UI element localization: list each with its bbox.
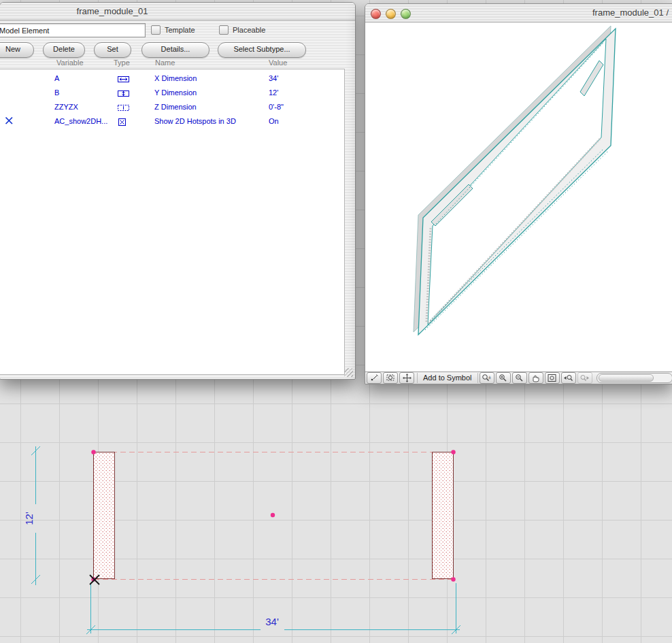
template-checkbox-label: Template xyxy=(165,26,195,34)
details-button[interactable]: Details... xyxy=(141,42,209,58)
window-resize-grip[interactable] xyxy=(344,368,353,377)
marquee-zoom-icon[interactable] xyxy=(383,372,398,384)
row-value[interactable]: 0'-8" xyxy=(269,103,284,111)
boolean-type-icon xyxy=(118,118,127,128)
row-value[interactable]: 34' xyxy=(269,74,278,82)
row-variable[interactable]: ZZYZX xyxy=(54,103,78,111)
parameter-row[interactable]: A X Dimension 34' xyxy=(0,71,344,86)
row-name[interactable]: Y Dimension xyxy=(154,88,197,97)
hotspot-markers[interactable] xyxy=(91,450,455,581)
zoom-in-icon[interactable] xyxy=(496,372,511,384)
row-value[interactable]: On xyxy=(269,117,279,125)
column-header-name: Name xyxy=(155,59,175,67)
placeable-checkbox-box[interactable] xyxy=(219,25,229,35)
right-post-element[interactable] xyxy=(433,452,454,579)
template-checkbox[interactable]: Template xyxy=(151,25,195,35)
row-name[interactable]: X Dimension xyxy=(154,74,197,82)
svg-text:±: ± xyxy=(488,375,491,380)
column-header-value: Value xyxy=(269,59,287,67)
parameter-row[interactable]: B Y Dimension 12' xyxy=(0,86,344,100)
desktop-grid-canvas: 12' 34' frame_module_01 Template xyxy=(0,0,672,643)
hotspot-edit-icon[interactable] xyxy=(367,372,382,384)
subtype-name-field[interactable] xyxy=(0,23,146,37)
horizontal-scrollbar-thumb[interactable] xyxy=(599,374,654,382)
template-checkbox-box[interactable] xyxy=(151,25,161,35)
parameter-row[interactable]: AC_show2DH... Show 2D Hotspots in 3D On xyxy=(0,114,344,129)
vertical-dimension-label: 12' xyxy=(23,512,35,525)
parameter-editor-window: frame_module_01 Template Placeable New D… xyxy=(0,2,356,380)
next-zoom-icon[interactable] xyxy=(577,372,592,384)
pan-tool-icon[interactable] xyxy=(399,372,414,384)
delete-button[interactable]: Delete xyxy=(43,42,85,58)
view-bottom-toolbar: Add to Symbol ± xyxy=(365,372,672,384)
zoom-percent-icon[interactable]: ± xyxy=(480,372,494,384)
placeable-checkbox[interactable]: Placeable xyxy=(219,25,265,35)
minimize-button[interactable] xyxy=(386,9,396,19)
3d-viewport[interactable] xyxy=(365,22,672,372)
parameter-window-title: frame_module_01 xyxy=(0,6,224,16)
view-window-titlebar[interactable]: frame_module_01 / xyxy=(365,4,672,22)
column-header-type: Type xyxy=(114,59,130,67)
close-button[interactable] xyxy=(371,9,381,19)
row-variable[interactable]: AC_show2DH... xyxy=(54,117,107,125)
row-name[interactable]: Show 2D Hotspots in 3D xyxy=(154,117,236,125)
parameter-row[interactable]: ZZYZX Z Dimension 0'-8" xyxy=(0,100,344,114)
row-variable[interactable]: B xyxy=(54,88,59,97)
zoom-button[interactable] xyxy=(401,9,411,19)
left-post-element[interactable] xyxy=(94,452,115,579)
row-variable[interactable]: A xyxy=(54,74,59,82)
zoom-out-icon[interactable] xyxy=(512,372,527,384)
row-value[interactable]: 12' xyxy=(269,88,278,97)
previous-zoom-icon[interactable] xyxy=(561,372,576,384)
3d-view-window: frame_module_01 / xyxy=(365,3,672,384)
select-subtype-button[interactable]: Select Subtype... xyxy=(218,42,306,58)
view-window-title: frame_module_01 / xyxy=(592,7,669,18)
horizontal-scrollbar[interactable] xyxy=(597,373,672,383)
3d-frame-drawing xyxy=(365,22,672,372)
parameter-list: A X Dimension 34' B Y Dimension 12' xyxy=(0,69,345,375)
horizontal-dimension-label: 34' xyxy=(265,616,279,627)
add-to-symbol-button[interactable]: Add to Symbol xyxy=(417,373,478,383)
x-dimension-type-icon xyxy=(118,75,129,85)
parameter-window-titlebar[interactable]: frame_module_01 xyxy=(0,3,355,20)
placeable-checkbox-label: Placeable xyxy=(233,26,265,34)
new-button[interactable]: New xyxy=(0,42,34,58)
column-header-variable: Variable xyxy=(56,59,84,67)
selected-row-marker-icon xyxy=(5,116,14,128)
z-dimension-type-icon xyxy=(118,103,129,114)
row-name[interactable]: Z Dimension xyxy=(154,103,197,111)
y-dimension-type-icon xyxy=(118,89,129,99)
fit-in-window-icon[interactable] xyxy=(545,372,560,384)
set-button[interactable]: Set xyxy=(94,42,131,58)
hand-pan-icon[interactable] xyxy=(528,372,543,384)
